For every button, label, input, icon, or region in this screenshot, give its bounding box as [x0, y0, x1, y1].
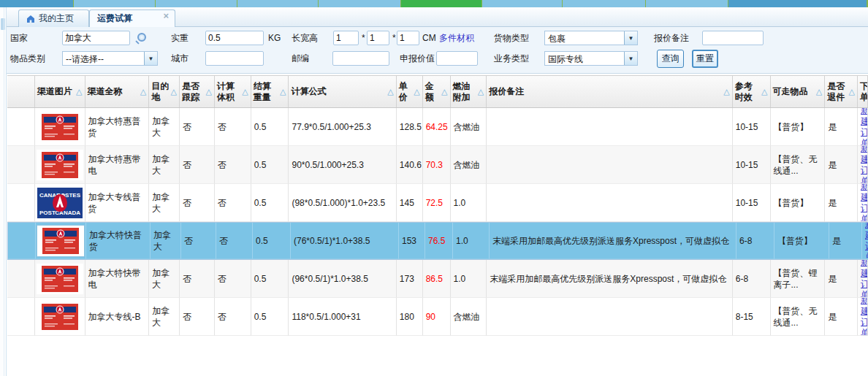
column-header-formula[interactable]: 计算公式△: [289, 76, 396, 107]
sort-icon[interactable]: △: [761, 86, 767, 97]
item-category-label: 物品类别: [10, 51, 45, 66]
order-action-link[interactable]: 新建订单: [861, 184, 868, 222]
column-header-unit-price[interactable]: 单价△: [397, 76, 423, 107]
cell-destination: 加拿大: [149, 108, 180, 146]
panel-handle[interactable]: [1, 18, 5, 30]
width-input[interactable]: [367, 31, 389, 45]
column-header-destination[interactable]: 目的地△: [149, 76, 180, 107]
height-input[interactable]: [397, 31, 419, 45]
sort-icon[interactable]: △: [815, 86, 822, 97]
sort-icon[interactable]: △: [205, 86, 211, 97]
column-label: 下单: [860, 81, 868, 103]
cell-action[interactable]: 新建订单: [858, 184, 868, 222]
column-header-calc-volume[interactable]: 计算体积△: [215, 76, 251, 107]
sort-icon[interactable]: △: [477, 86, 484, 97]
multi-piece-volume-link[interactable]: 多件材积: [439, 31, 474, 45]
cell-channel-image: [35, 298, 85, 336]
column-header-lead-time[interactable]: 参考时效△: [733, 76, 771, 107]
top-strip-segment: [563, 0, 645, 7]
column-header-allowed-goods[interactable]: 可走物品△: [771, 76, 826, 107]
cell-allowed-goods: 【普货】: [774, 223, 829, 259]
sort-icon[interactable]: △: [848, 86, 855, 97]
tab-my-home[interactable]: 我的主页: [18, 9, 89, 27]
sort-icon[interactable]: △: [441, 86, 447, 97]
order-action-link[interactable]: 新建订单: [861, 146, 868, 184]
table-header-row: 渠道图片△渠道全称△目的地△是否跟踪△计算体积△结算重量△计算公式△单价△金额△…: [7, 75, 868, 108]
cell-amount: 72.5: [423, 184, 451, 222]
column-label: 报价备注: [489, 86, 524, 97]
sort-icon[interactable]: △: [279, 86, 286, 97]
cargo-type-select[interactable]: 包裹 ▼: [544, 31, 638, 45]
cell-action[interactable]: 新建订单: [858, 146, 868, 184]
collapsed-side-panel[interactable]: [0, 7, 7, 376]
search-form: 国家 实重 KG 长宽高 * * CM 多件材积 货物类型 包裹 ▼ 报价备注 …: [7, 27, 868, 74]
cell-action[interactable]: 新建订单: [862, 223, 868, 259]
order-action-link[interactable]: 新建订单: [861, 108, 868, 146]
cell-formula: (98*0.5/1.000)*1.0+23.5: [289, 184, 396, 222]
column-header-settle-weight[interactable]: 结算重量△: [251, 76, 289, 107]
sort-icon[interactable]: △: [75, 86, 82, 97]
column-header-channel-image[interactable]: 渠道图片△: [35, 76, 85, 107]
length-input[interactable]: [333, 31, 359, 45]
table-row[interactable]: CANADA POSTES POST CANADA 加拿大专线普货加拿大否否0.…: [7, 184, 868, 222]
tab-freight-calc[interactable]: 运费试算 ×: [89, 9, 175, 27]
quote-remark-input[interactable]: [702, 31, 764, 45]
cell-calc-volume: 否: [215, 298, 251, 336]
cell-action[interactable]: 新建订单: [858, 260, 868, 298]
column-header-amount[interactable]: 金额△: [423, 76, 451, 107]
cell-action[interactable]: 新建订单: [858, 108, 868, 146]
city-input[interactable]: [205, 51, 264, 66]
cell-formula: (96*0.5/1)*1.0+38.5: [289, 260, 396, 298]
sort-icon[interactable]: △: [413, 86, 419, 97]
cell-formula: (76*0.5/1)*1.0+38.5: [291, 223, 399, 259]
sort-icon[interactable]: △: [170, 86, 177, 97]
reset-button[interactable]: 重置: [692, 50, 718, 68]
chevron-down-icon[interactable]: ▼: [624, 52, 637, 65]
table-row[interactable]: 加拿大专线-B加拿大否否0.5118*0.5/1.000+3118090含燃油8…: [7, 298, 868, 336]
column-header-quote-remark[interactable]: 报价备注△: [487, 76, 732, 107]
column-header-fuel-surcharge[interactable]: 燃油附加△: [451, 76, 487, 107]
business-type-select[interactable]: 国际专线 ▼: [544, 51, 638, 66]
column-label: 计算公式: [291, 86, 326, 97]
chevron-down-icon[interactable]: ▼: [144, 52, 157, 65]
column-header-channel-name[interactable]: 渠道全称△: [85, 76, 150, 107]
order-action-link[interactable]: 新建订单: [861, 260, 868, 298]
sort-icon[interactable]: △: [387, 86, 393, 97]
cell-channel-image: CANADA POSTES POST CANADA: [35, 184, 85, 222]
magnifier-icon[interactable]: [135, 33, 146, 44]
sort-icon[interactable]: △: [241, 86, 248, 97]
cell-calc-volume: 否: [216, 223, 253, 259]
country-input[interactable]: [62, 31, 130, 45]
table-row[interactable]: 加拿大特快普货加拿大否否0.5(76*0.5/1)*1.0+38.515376.…: [7, 222, 868, 260]
cell-action[interactable]: 新建订单: [858, 298, 868, 336]
column-header-action: 下单: [858, 76, 868, 107]
cell-channel-image: [35, 146, 85, 184]
chevron-down-icon[interactable]: ▼: [624, 31, 637, 45]
cell-quote-remark: 末端采用加邮最高优先级别派送服务Xpresspost，可做虚拟仓: [487, 260, 732, 298]
column-label: 是否退件: [827, 81, 848, 103]
table-row[interactable]: 加拿大特惠带电加拿大否否0.590*0.5/1.000+25.3140.670.…: [7, 146, 868, 184]
order-action-link[interactable]: 新建订单: [861, 298, 868, 336]
order-action-link[interactable]: 新建订单: [865, 223, 868, 259]
declared-value-input[interactable]: [436, 51, 478, 66]
column-header-tracked[interactable]: 是否跟踪△: [180, 76, 215, 107]
column-header-returnable[interactable]: 是否退件△: [825, 76, 858, 107]
search-button[interactable]: 查询: [657, 50, 684, 68]
table-row[interactable]: 加拿大特惠普货加拿大否否0.577.9*0.5/1.000+25.3128.56…: [7, 108, 868, 146]
sort-icon[interactable]: △: [723, 86, 729, 97]
rates-table: 渠道图片△渠道全称△目的地△是否跟踪△计算体积△结算重量△计算公式△单价△金额△…: [7, 75, 868, 376]
top-strip-segment: [156, 0, 237, 7]
sort-icon[interactable]: △: [140, 86, 146, 97]
weight-input[interactable]: [205, 31, 264, 45]
dimensions-label: 长宽高: [292, 31, 318, 45]
close-icon[interactable]: ×: [163, 11, 169, 20]
svg-text:POST: POST: [39, 210, 56, 216]
cell-amount: 70.3: [423, 146, 451, 184]
tab-label: 运费试算: [97, 12, 132, 25]
cell-calc-volume: 否: [215, 108, 251, 146]
cell-tracked: 否: [180, 108, 215, 146]
postcode-input[interactable]: [332, 51, 389, 66]
table-row[interactable]: 加拿大特快带电加拿大否否0.5(96*0.5/1)*1.0+38.517386.…: [7, 260, 868, 298]
table-body: 加拿大特惠普货加拿大否否0.577.9*0.5/1.000+25.3128.56…: [7, 108, 868, 336]
item-category-select[interactable]: --请选择-- ▼: [62, 51, 158, 66]
